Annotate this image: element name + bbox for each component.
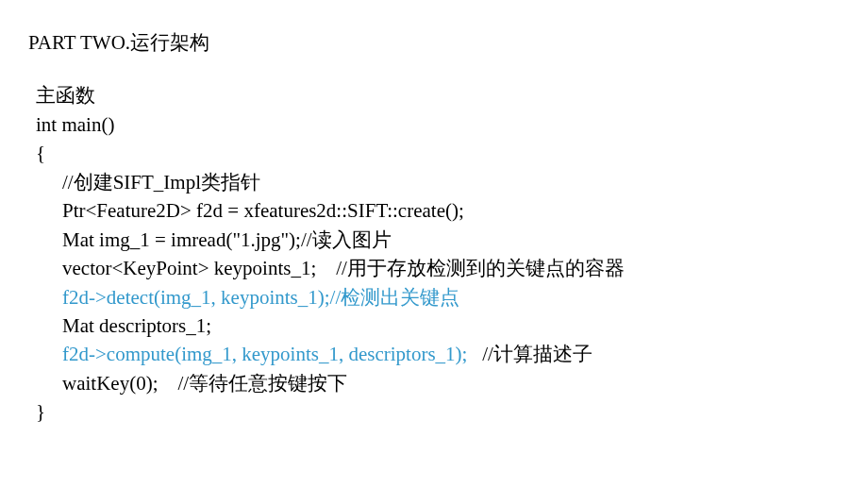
code-line: f2d->compute(img_1, keypoints_1, descrip… xyxy=(62,340,868,368)
code-line: int main() xyxy=(36,110,868,139)
code-comment: //创建SIFT_Impl类指针 xyxy=(62,168,868,196)
code-line: 主函数 xyxy=(36,81,868,109)
code-body: //创建SIFT_Impl类指针 Ptr<Feature2D> f2d = xf… xyxy=(36,168,868,398)
code-line: { xyxy=(36,139,868,167)
code-line-highlight: f2d->detect(img_1, keypoints_1);//检测出关键点 xyxy=(62,283,868,311)
code-line: Mat descriptors_1; xyxy=(62,311,868,340)
section-title: PART TWO.运行架构 xyxy=(28,28,868,57)
code-line: vector<KeyPoint> keypoints_1; //用于存放检测到的… xyxy=(62,254,868,282)
code-span: //计算描述子 xyxy=(467,343,592,365)
code-line: } xyxy=(36,397,868,426)
code-block: 主函数 int main() { //创建SIFT_Impl类指针 Ptr<Fe… xyxy=(28,81,868,426)
code-span-highlight: f2d->compute(img_1, keypoints_1, descrip… xyxy=(62,343,467,365)
code-line: waitKey(0); //等待任意按键按下 xyxy=(62,369,868,397)
code-line: Mat img_1 = imread("1.jpg");//读入图片 xyxy=(62,226,868,254)
code-line: Ptr<Feature2D> f2d = xfeatures2d::SIFT::… xyxy=(62,196,868,225)
